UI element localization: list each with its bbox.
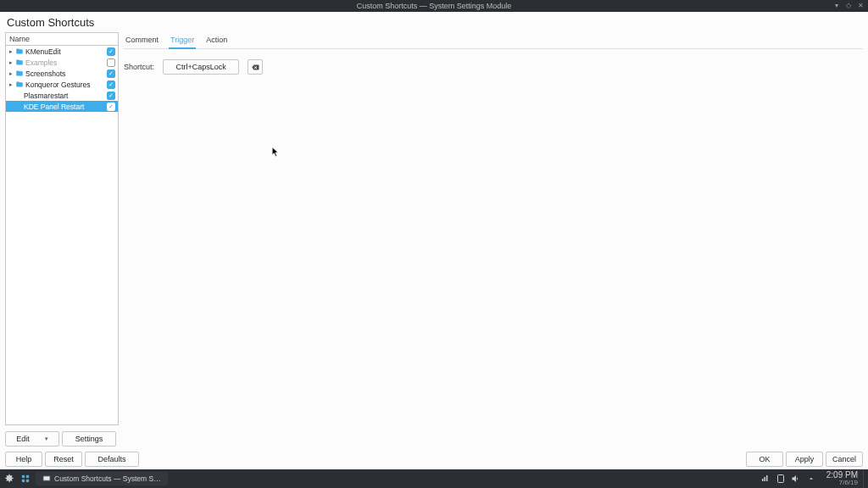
tree-item-checkbox[interactable]: ✓	[107, 92, 115, 100]
tree-item-checkbox[interactable]	[107, 58, 115, 67]
tree-item-checkbox[interactable]: ✓	[107, 80, 115, 89]
taskbar-entry-settings[interactable]: Custom Shortcuts — System S…	[36, 472, 168, 485]
tree-item-label: KDE Panel Restart	[24, 103, 105, 111]
clipboard-icon[interactable]	[776, 474, 786, 484]
dialog-button-row: Help Reset Defaults OK Apply Cancel	[0, 449, 868, 469]
maximize-button[interactable]: ◇	[844, 1, 853, 9]
tree-item-label: KMenuEdit	[25, 47, 105, 56]
taskbar-clock[interactable]: 2:09 PM 7/6/19	[821, 471, 863, 486]
tab-comment[interactable]: Comment	[124, 34, 160, 48]
shortcut-field[interactable]: Ctrl+CapsLock	[163, 59, 239, 75]
tab-trigger[interactable]: Trigger	[169, 34, 196, 49]
tree-body: ▸KMenuEdit✓▸Examples▸Screenshots✓▸Konque…	[6, 46, 118, 424]
tree-item-konqueror-gestures[interactable]: ▸Konqueror Gestures✓	[6, 79, 118, 90]
folder-icon	[15, 80, 24, 89]
taskbar-window-list: Custom Shortcuts — System S…	[32, 472, 755, 485]
defaults-button[interactable]: Defaults	[85, 452, 139, 467]
taskbar-entry-label: Custom Shortcuts — System S…	[54, 474, 161, 483]
folder-icon	[15, 69, 24, 78]
svg-rect-6	[777, 475, 783, 483]
tree-item-plasmarestart[interactable]: Plasmarestart✓	[6, 90, 118, 101]
tray-expand-icon[interactable]	[806, 474, 816, 484]
svg-rect-2	[22, 480, 25, 482]
settings-button[interactable]: Settings	[62, 431, 116, 446]
network-icon[interactable]	[760, 474, 771, 484]
window-title: Custom Shortcuts — System Settings Modul…	[357, 2, 512, 10]
window-titlebar: Custom Shortcuts — System Settings Modul…	[0, 0, 868, 12]
expand-icon[interactable]: ▸	[8, 59, 14, 66]
tree-item-kmenuedit[interactable]: ▸KMenuEdit✓	[6, 46, 118, 57]
svg-rect-1	[26, 475, 29, 478]
edit-settings-row: Edit Settings	[0, 429, 868, 449]
folder-icon	[15, 47, 24, 56]
expand-icon[interactable]: ▸	[8, 48, 14, 55]
edit-button[interactable]: Edit	[5, 431, 59, 446]
shortcut-label: Shortcut:	[124, 63, 154, 71]
tree-item-label: Plasmarestart	[24, 92, 105, 100]
clock-date: 7/6/19	[826, 480, 858, 486]
tree-item-checkbox[interactable]: ✓	[107, 103, 115, 111]
svg-rect-0	[22, 475, 25, 478]
cancel-button[interactable]: Cancel	[826, 452, 863, 467]
detail-pane: CommentTriggerAction Shortcut: Ctrl+Caps…	[122, 32, 863, 425]
show-desktop-button[interactable]	[863, 469, 868, 488]
system-tray	[755, 474, 821, 484]
tree-item-kde-panel-restart[interactable]: KDE Panel Restart✓	[6, 101, 118, 112]
kde-logo-icon	[3, 473, 15, 485]
taskbar: Custom Shortcuts — System S… 2:09 PM 7/6…	[0, 469, 868, 488]
close-button[interactable]: ✕	[856, 1, 865, 9]
clear-shortcut-button[interactable]	[248, 59, 263, 75]
folder-icon	[15, 58, 24, 67]
minimize-button[interactable]: ▾	[832, 1, 841, 9]
volume-icon[interactable]	[791, 474, 801, 484]
backspace-icon	[251, 64, 259, 71]
tree-item-label: Screenshots	[25, 69, 105, 78]
tree-item-screenshots[interactable]: ▸Screenshots✓	[6, 68, 118, 79]
shortcut-tree: Name ▸KMenuEdit✓▸Examples▸Screenshots✓▸K…	[5, 32, 119, 425]
trigger-content: Shortcut: Ctrl+CapsLock	[124, 49, 863, 75]
tree-item-examples[interactable]: ▸Examples	[6, 57, 118, 68]
application-launcher[interactable]	[0, 469, 19, 488]
tree-item-label: Konqueror Gestures	[25, 80, 105, 89]
expand-icon[interactable]: ▸	[8, 70, 14, 77]
tree-item-label: Examples	[25, 58, 105, 67]
tab-action[interactable]: Action	[204, 34, 229, 48]
tree-item-checkbox[interactable]: ✓	[107, 69, 115, 78]
settings-app-icon	[42, 474, 51, 483]
expand-icon[interactable]: ▸	[8, 81, 14, 88]
pinned-apps	[19, 472, 32, 485]
settings-window: Custom Shortcuts Name ▸KMenuEdit✓▸Exampl…	[0, 12, 868, 469]
detail-tabs: CommentTriggerAction	[124, 34, 863, 49]
apply-button[interactable]: Apply	[786, 452, 823, 467]
reset-button[interactable]: Reset	[45, 452, 82, 467]
help-button[interactable]: Help	[5, 452, 42, 467]
tree-column-header[interactable]: Name	[6, 33, 118, 46]
svg-rect-5	[44, 477, 50, 480]
svg-rect-3	[26, 480, 29, 482]
tree-item-checkbox[interactable]: ✓	[107, 47, 115, 56]
pager-icon[interactable]	[20, 472, 31, 485]
page-title: Custom Shortcuts	[0, 12, 868, 32]
ok-button[interactable]: OK	[746, 452, 783, 467]
